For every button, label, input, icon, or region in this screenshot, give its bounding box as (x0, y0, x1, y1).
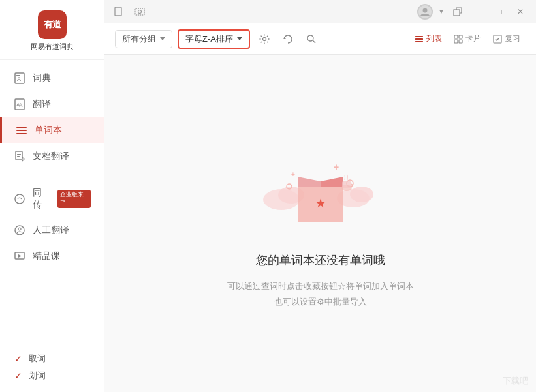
settings-button[interactable] (255, 30, 274, 48)
svg-text:+: + (334, 162, 339, 172)
user-chevron-icon: ▼ (438, 8, 445, 15)
sidebar-item-wordbook-label: 单词本 (35, 125, 62, 136)
empty-state: + + 您的单词本还没有单词哦 可以通过查词时点击收藏按钮☆将单词加入单词本 也… (104, 55, 536, 392)
list-view-button[interactable]: 列表 (409, 31, 447, 47)
group-chevron-icon (160, 37, 165, 40)
sort-selector-label: 字母Z-A排序 (185, 33, 233, 45)
sidebar-item-doc-translate-label: 文档翻译 (33, 151, 69, 162)
svg-point-40 (350, 187, 373, 202)
svg-text:A: A (17, 76, 21, 82)
screenshot-titlebar-icon[interactable] (133, 5, 146, 18)
view-toggle: 列表 卡片 复习 (409, 31, 526, 47)
doc-translate-icon (13, 150, 26, 163)
review-view-button[interactable]: 复习 (488, 31, 526, 47)
sidebar-item-translate[interactable]: A 文 翻译 (0, 91, 104, 117)
window-resize-icon[interactable] (450, 4, 465, 20)
group-selector[interactable]: 所有分组 (115, 30, 172, 48)
sidebar-item-sync[interactable]: 同传 企业版来了 (0, 181, 104, 217)
empty-subtitle: 可以通过查词时点击收藏按钮☆将单词加入单词本 也可以设置⚙中批量导入 (227, 279, 414, 309)
logo-text: 有道 (44, 19, 61, 31)
svg-marker-16 (18, 254, 22, 258)
window-minimize-button[interactable]: — (471, 4, 486, 20)
window-close-button[interactable]: ✕ (512, 4, 528, 20)
titlebar-right: ▼ — □ ✕ (417, 4, 528, 20)
card-view-button[interactable]: 卡片 (449, 31, 486, 47)
svg-rect-24 (454, 10, 460, 16)
group-selector-label: 所有分组 (122, 33, 156, 45)
svg-rect-17 (115, 7, 121, 16)
logo-area: 有道 网易有道词典 (0, 0, 104, 60)
sidebar-item-dict-label: 词典 (33, 72, 51, 84)
svg-rect-18 (116, 10, 120, 10)
wordbook-icon (15, 124, 28, 137)
watermark-text: 下载吧 (503, 376, 528, 385)
sort-selector[interactable]: 字母Z-A排序 (178, 29, 250, 49)
svg-text:+: + (291, 171, 295, 178)
svg-rect-33 (459, 35, 462, 38)
courses-icon (13, 250, 26, 263)
svg-rect-30 (415, 38, 423, 40)
human-translate-icon (13, 224, 26, 237)
main-content: ▼ — □ ✕ 所有分组 字母Z-A排序 (104, 0, 536, 392)
app-name: 网易有道词典 (31, 42, 74, 52)
svg-rect-36 (494, 35, 501, 43)
user-avatar[interactable] (417, 4, 433, 20)
svg-rect-9 (16, 151, 22, 160)
sidebar-item-dict[interactable]: A 词典 (0, 65, 104, 91)
select-word-checkbox[interactable]: ✓ 划词 (13, 367, 91, 384)
sidebar-item-courses[interactable]: 精品课 (0, 243, 104, 269)
svg-rect-31 (415, 41, 423, 42)
sidebar-item-sync-label: 同传 (33, 187, 50, 211)
sidebar-item-doc-translate[interactable]: 文档翻译 (0, 143, 104, 170)
sidebar-item-courses-label: 精品课 (33, 250, 60, 262)
doc-titlebar-icon[interactable] (112, 5, 125, 18)
sync-icon (13, 192, 26, 205)
get-word-checkbox[interactable]: ✓ 取词 (13, 350, 91, 367)
get-word-check-icon: ✓ (13, 354, 24, 364)
svg-point-12 (15, 194, 24, 204)
svg-point-23 (423, 8, 428, 12)
svg-rect-2 (16, 75, 20, 76)
svg-point-14 (18, 228, 21, 230)
svg-rect-8 (16, 133, 27, 134)
search-button[interactable] (302, 30, 321, 48)
sidebar-item-human-translate-label: 人工翻译 (33, 224, 69, 236)
sidebar-item-wordbook[interactable]: 单词本 (0, 117, 104, 143)
enterprise-badge: 企业版来了 (57, 190, 91, 208)
empty-illustration: + + (255, 138, 386, 242)
get-word-label: 取词 (29, 353, 46, 365)
svg-rect-20 (135, 8, 144, 15)
svg-rect-7 (16, 130, 27, 131)
dict-icon: A (13, 72, 26, 85)
titlebar: ▼ — □ ✕ (104, 0, 536, 23)
sidebar-bottom: ✓ 取词 ✓ 划词 (0, 342, 104, 392)
select-word-check-icon: ✓ (13, 370, 24, 381)
list-view-label: 列表 (426, 33, 442, 44)
select-word-label: 划词 (29, 370, 46, 382)
empty-subtitle-line2: 也可以设置⚙中批量导入 (274, 297, 367, 307)
sort-chevron-icon (237, 37, 242, 40)
svg-rect-19 (116, 12, 119, 12)
titlebar-left (112, 5, 146, 18)
svg-rect-6 (16, 127, 27, 128)
translate-icon: A 文 (13, 98, 26, 111)
toolbar: 所有分组 字母Z-A排序 (104, 23, 536, 55)
refresh-button[interactable] (279, 30, 297, 48)
svg-rect-35 (459, 40, 462, 43)
watermark: 下载吧 (503, 375, 528, 387)
svg-point-27 (307, 35, 313, 41)
sidebar-item-translate-label: 翻译 (33, 98, 51, 110)
sidebar-item-human-translate[interactable]: 人工翻译 (0, 217, 104, 243)
window-maximize-button[interactable]: □ (492, 4, 507, 20)
review-view-label: 复习 (505, 33, 520, 44)
svg-rect-11 (17, 156, 20, 157)
svg-rect-34 (454, 40, 458, 43)
svg-rect-32 (454, 35, 458, 38)
svg-rect-10 (17, 154, 21, 155)
svg-rect-48 (342, 181, 351, 188)
svg-point-25 (262, 37, 266, 40)
nav-divider (13, 175, 91, 175)
empty-subtitle-line1: 可以通过查词时点击收藏按钮☆将单词加入单词本 (227, 281, 414, 291)
svg-point-21 (138, 10, 142, 13)
card-view-label: 卡片 (465, 33, 481, 44)
